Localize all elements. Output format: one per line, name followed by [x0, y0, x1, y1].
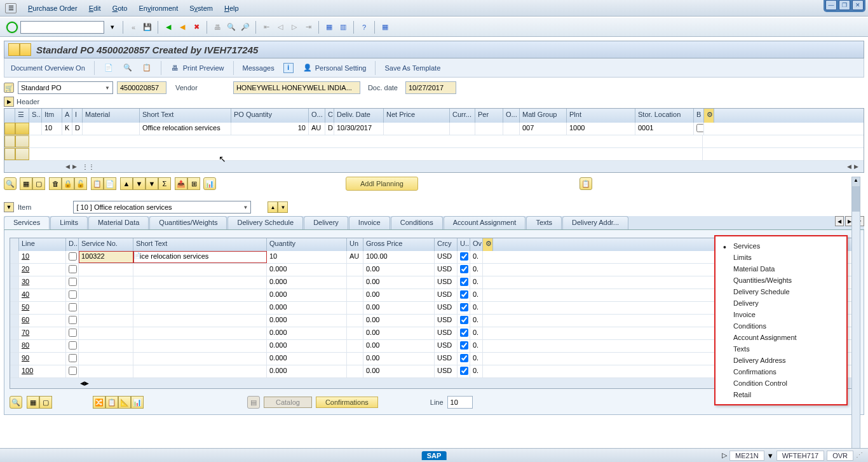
svc-cell-crcy[interactable]: USD	[435, 327, 458, 339]
svc-cell-sno[interactable]	[79, 315, 133, 327]
svc-cell-line[interactable]: 100	[19, 365, 66, 377]
deselect-all-icon[interactable]: ▢	[32, 177, 45, 190]
scroll-left-end-icon[interactable]: ◀	[847, 163, 851, 170]
u-checkbox[interactable]	[460, 341, 468, 350]
personal-setting-button[interactable]: 👤Personal Setting	[302, 63, 367, 73]
enter-icon[interactable]	[6, 22, 18, 33]
cell-material[interactable]	[83, 123, 140, 135]
row-selector[interactable]	[4, 123, 15, 135]
addl-planning-button[interactable]: Addl Planning	[346, 177, 418, 191]
item-dropdown[interactable]: [ 10 ] Office relocation services▼	[73, 201, 251, 214]
svc-cell-gp[interactable]: 0.00	[363, 327, 435, 339]
layout-icon[interactable]: ▦	[379, 22, 391, 33]
svc-cell-un[interactable]	[347, 353, 363, 365]
menu-purchase-order[interactable]: Purchase Order	[28, 4, 78, 12]
d-checkbox[interactable]	[69, 354, 77, 362]
svc-cell-short[interactable]	[133, 264, 267, 276]
total-icon[interactable]: Σ	[158, 177, 171, 190]
doc-date-field[interactable]: 10/27/2017	[405, 81, 456, 94]
d-checkbox[interactable]	[69, 265, 77, 273]
svc-cell-ov[interactable]: 0.	[470, 264, 483, 276]
cell-a[interactable]: K	[62, 123, 72, 135]
u-checkbox[interactable]	[460, 367, 468, 375]
lock-icon[interactable]: 🔒	[62, 177, 74, 190]
cell-o2[interactable]	[503, 123, 520, 135]
menu-item-conditions[interactable]: Conditions	[715, 320, 846, 332]
save-template-button[interactable]: Save As Template	[384, 64, 440, 72]
d-checkbox[interactable]	[69, 316, 77, 324]
doc-overview-button[interactable]: Document Overview On	[11, 64, 85, 72]
other-po-icon[interactable]: 🔍	[123, 63, 133, 73]
svc-cell-sno[interactable]	[79, 276, 133, 289]
col-itm[interactable]: Itm	[42, 109, 62, 123]
svc-cell-u[interactable]	[458, 365, 470, 377]
svc-deselect-icon[interactable]: ▢	[39, 396, 52, 409]
row-selector[interactable]	[4, 148, 15, 160]
svc-cell-u[interactable]	[458, 251, 470, 263]
svc-cell-ov[interactable]: 0.	[470, 340, 483, 352]
cell-matl[interactable]: 007	[520, 123, 567, 135]
svc-cell-un[interactable]	[347, 315, 363, 327]
menu-item-material-data[interactable]: Material Data	[715, 263, 846, 275]
svc-cell-crcy[interactable]: USD	[435, 340, 458, 352]
svc-cell-un[interactable]	[347, 276, 363, 289]
item-up-icon[interactable]: ▲	[268, 201, 278, 213]
svc-row-selector[interactable]	[10, 315, 19, 327]
po-number-field[interactable]: 4500020857	[117, 81, 166, 94]
svc-cell-ov[interactable]: 0.	[470, 302, 483, 314]
svc-cell-sno[interactable]	[79, 353, 133, 365]
paste-icon[interactable]: 📄	[104, 177, 116, 190]
menu-item-delivery-address[interactable]: Delivery Address	[715, 355, 846, 366]
app-menu-icon[interactable]: ☰	[5, 3, 17, 13]
cell-qty[interactable]: 10	[231, 123, 309, 135]
print-preview-button[interactable]: 🖶Print Preview	[170, 63, 224, 73]
row-selector[interactable]	[4, 135, 15, 147]
col-net-price[interactable]: Net Price	[384, 109, 450, 123]
svc-cell-line[interactable]: 60	[19, 315, 66, 327]
svc-cell-short[interactable]	[133, 302, 267, 314]
tab-account-assignment[interactable]: Account Assignment	[444, 216, 526, 229]
cell-short[interactable]: Office relocation services	[140, 123, 231, 135]
menu-help[interactable]: Help	[224, 4, 239, 12]
col-b[interactable]: B	[694, 109, 704, 123]
svc-cell-d[interactable]	[66, 302, 79, 314]
save-icon[interactable]: 💾	[142, 22, 153, 33]
svc-cell-qty[interactable]: 0.000	[267, 365, 347, 377]
prev-page-icon[interactable]: ◁	[275, 22, 286, 33]
svc-row-selector[interactable]	[10, 340, 19, 352]
svc-cell-d[interactable]	[66, 251, 79, 263]
svc-cell-gp[interactable]: 0.00	[363, 340, 435, 352]
scroll-up-icon[interactable]: ▲	[852, 177, 860, 186]
svc-cell-u[interactable]	[458, 302, 470, 314]
svc-cell-crcy[interactable]: USD	[435, 276, 458, 289]
svc-cell-gp[interactable]: 0.00	[363, 302, 435, 314]
cart-icon[interactable]: 🛒	[4, 83, 14, 93]
help-icon[interactable]: ?	[358, 22, 370, 33]
svc-cell-crcy[interactable]: USD	[435, 264, 458, 276]
u-checkbox[interactable]	[460, 354, 468, 362]
u-checkbox[interactable]	[460, 290, 468, 299]
svc-cell-ov[interactable]: 0.	[470, 353, 483, 365]
restore-button[interactable]: ❐	[839, 0, 850, 10]
svc-cell-gp[interactable]: 0.00	[363, 365, 435, 377]
cell-stor[interactable]: 0001	[635, 123, 694, 135]
scroll-right-icon[interactable]: ▶	[72, 163, 77, 170]
svc-graphic-icon[interactable]: 📊	[131, 396, 144, 409]
scroll-left-icon[interactable]: ◀	[65, 163, 70, 170]
cell-plnt[interactable]: 1000	[567, 123, 635, 135]
u-checkbox[interactable]	[460, 265, 468, 273]
svc-row-selector[interactable]	[10, 251, 19, 263]
status-grip-icon[interactable]: ⋰	[856, 451, 863, 459]
create-icon[interactable]: 📄	[104, 63, 114, 73]
d-checkbox[interactable]	[69, 341, 77, 350]
svc-scroll-right-icon[interactable]: ▶	[85, 380, 89, 386]
svc-cell-line[interactable]: 10	[19, 251, 66, 263]
table-row[interactable]: 10 K D Office relocation services 10 AU …	[4, 123, 864, 135]
svc-sort-icon[interactable]: 🔀	[93, 396, 105, 409]
cell-per[interactable]	[475, 123, 503, 135]
svc-cell-u[interactable]	[458, 276, 470, 289]
tab-scroll-left-icon[interactable]: ◀	[835, 216, 844, 226]
svc-col-un[interactable]: Un	[347, 238, 363, 251]
svc-cell-qty[interactable]: 0.000	[267, 353, 347, 365]
menu-item-delivery-schedule[interactable]: Delivery Schedule	[715, 286, 846, 297]
